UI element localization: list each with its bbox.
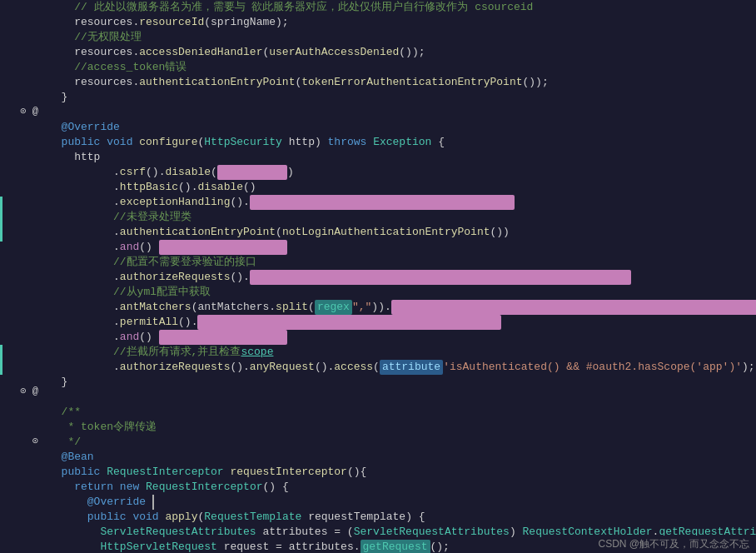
code-line-7: } <box>42 90 756 105</box>
code-line-22: .permitAll(). <box>42 315 756 330</box>
code-line-15: //未登录处理类 <box>42 210 756 225</box>
code-line-35: public void apply(RequestTemplate reques… <box>42 510 756 525</box>
code-line-30: */ <box>42 435 756 450</box>
deco-teal-2 <box>0 345 2 375</box>
code-line-25: .authorizeRequests().anyRequest().access… <box>42 360 756 375</box>
code-line-23: .and() <box>42 330 756 345</box>
code-line-3: //无权限处理 <box>42 30 756 45</box>
code-line-9: @Override <box>42 120 756 135</box>
code-line-32: public RequestInterceptor requestInterce… <box>42 465 756 480</box>
code-line-21: .antMatchers(antMatchers.split(regex",")… <box>42 300 756 315</box>
code-line-33: return new RequestInterceptor() { <box>42 480 756 495</box>
code-line-13: .httpBasic().disable() <box>42 180 756 195</box>
code-line-28: /** <box>42 405 756 420</box>
code-line-4: resources.accessDeniedHandler(userAuthAc… <box>42 45 756 60</box>
override-icon-2: ⊙ <box>32 435 38 447</box>
editor-container: ⊙ @ ⊙ @ ⊙ // 此处以微服务器名为准，需要与 欲此服务器对应，此处仅供… <box>0 0 756 553</box>
code-line-16: .authenticationEntryPoint(notLoginAuthen… <box>42 225 756 240</box>
bottom-bar: CSDN @触不可及，而又念念不忘 <box>591 536 756 553</box>
code-line-1: // 此处以微服务器名为准，需要与 欲此服务器对应，此处仅供用户自行修改作为 c… <box>42 0 756 15</box>
override-icon-1: ⊙ @ <box>20 105 38 117</box>
code-line-31: @Bean <box>42 450 756 465</box>
bean-icon: ⊙ @ <box>20 385 38 397</box>
code-line-8 <box>42 105 756 120</box>
code-line-24: //拦截所有请求,并且检查scope <box>42 345 756 360</box>
code-line-6: resources.authenticationEntryPoint(token… <box>42 75 756 90</box>
code-line-17: .and() <box>42 240 756 255</box>
code-line-26: } <box>42 375 756 390</box>
code-line-19: .authorizeRequests(). <box>42 270 756 285</box>
code-line-20: //从yml配置中获取 <box>42 285 756 300</box>
code-line-2: resources.resourceId(springName); <box>42 15 756 30</box>
bottom-text: CSDN @触不可及，而又念念不忘 <box>598 538 749 550</box>
code-line-11: http <box>42 150 756 165</box>
code-line-5: //access_token错误 <box>42 60 756 75</box>
code-line-29: * token令牌传递 <box>42 420 756 435</box>
code-line-12: .csrf().disable( ) <box>42 165 756 180</box>
code-line-34: @Override <box>42 495 756 510</box>
code-line-14: .exceptionHandling(). <box>42 195 756 210</box>
deco-teal-1 <box>0 197 2 242</box>
code-line-10: public void configure(HttpSecurity http)… <box>42 135 756 150</box>
code-line-27 <box>42 390 756 405</box>
left-margin: ⊙ @ ⊙ @ ⊙ <box>0 0 42 553</box>
code-line-18: //配置不需要登录验证的接口 <box>42 255 756 270</box>
code-content: // 此处以微服务器名为准，需要与 欲此服务器对应，此处仅供用户自行修改作为 c… <box>42 0 756 553</box>
